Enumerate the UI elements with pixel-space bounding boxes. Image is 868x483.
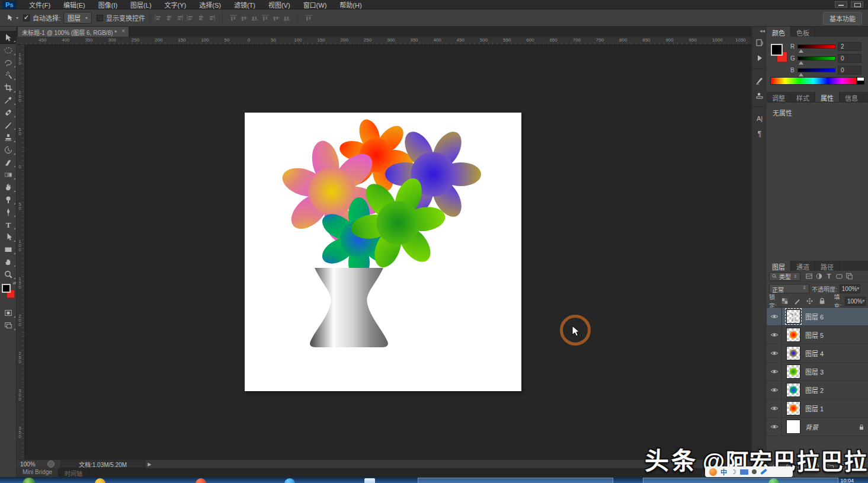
fill-value[interactable]: 100% ▾ <box>845 297 866 306</box>
taskbar-window-button[interactable] <box>418 478 613 483</box>
restore-button[interactable] <box>851 1 863 8</box>
history-brush-tool[interactable] <box>0 143 17 156</box>
windows-taskbar[interactable]: 10:04 <box>0 477 868 483</box>
layer-filter-type-dropdown[interactable]: 类型 ⇕ <box>769 272 800 281</box>
minimize-button[interactable] <box>835 1 847 8</box>
character-panel[interactable]: A| <box>752 111 767 126</box>
channel-value-G[interactable]: 0 <box>838 54 861 63</box>
layers-tab-图层[interactable]: 图层 <box>767 261 791 271</box>
type-layer-filter-icon[interactable]: T <box>825 272 834 281</box>
taskbar-window-button[interactable] <box>643 478 838 483</box>
auto-select-target-dropdown[interactable]: 图层 ▾ <box>63 12 92 24</box>
layer-visibility-toggle[interactable] <box>767 381 782 399</box>
foreground-color-swatch[interactable] <box>771 44 783 56</box>
dodge-tool[interactable] <box>0 193 17 206</box>
brush-tool[interactable] <box>0 119 17 131</box>
status-menu-arrow-icon[interactable]: ▶ <box>148 462 151 467</box>
layer-thumbnail[interactable] <box>786 346 800 360</box>
pixel-layer-filter-icon[interactable] <box>805 272 813 281</box>
props-tab-样式[interactable]: 样式 <box>791 92 815 102</box>
menu-item-6[interactable]: 选择(S) <box>193 0 228 10</box>
layer-visibility-toggle[interactable] <box>767 418 782 436</box>
layer-row-图层 1[interactable]: 图层 1 <box>767 399 868 418</box>
bottom-tab-时间轴[interactable]: 时间轴 <box>59 468 89 477</box>
color-tab-颜色[interactable]: 颜色 <box>767 27 791 37</box>
show-transform-checkbox[interactable] <box>97 15 103 21</box>
actions-panel[interactable] <box>752 50 767 66</box>
props-tab-信息[interactable]: 信息 <box>840 92 864 102</box>
menu-item-9[interactable]: 窗口(W) <box>297 0 334 10</box>
toolbar-grip[interactable] <box>0 27 16 31</box>
ime-fullwidth-icon[interactable]: ☽ <box>731 468 736 476</box>
color-spectrum-ramp[interactable] <box>770 77 857 85</box>
screen-mode-button[interactable] <box>0 319 17 331</box>
shape-layer-filter-icon[interactable] <box>835 272 844 281</box>
taskbar-app-icon[interactable] <box>284 478 295 483</box>
zoom-tool[interactable] <box>0 268 17 280</box>
opacity-value[interactable]: 100% ▾ <box>840 284 860 293</box>
horizontal-ruler[interactable]: 4504003503002502001501005005010015020025… <box>17 37 751 45</box>
lasso-tool[interactable] <box>0 56 17 69</box>
layer-thumbnail[interactable] <box>786 309 800 324</box>
close-tab-icon[interactable]: × <box>121 28 125 37</box>
channel-slider-R[interactable] <box>797 44 835 49</box>
layers-tab-路径[interactable]: 路径 <box>815 261 840 271</box>
gradient-tool[interactable] <box>0 168 17 181</box>
eraser-tool[interactable] <box>0 156 17 168</box>
layer-row-图层 4[interactable]: 图层 4 <box>767 344 868 363</box>
ime-settings-icon[interactable] <box>760 469 767 475</box>
layer-row-图层 3[interactable]: 图层 3 <box>767 363 868 381</box>
layers-tab-通道[interactable]: 通道 <box>791 261 815 271</box>
taskbar-app-icon[interactable] <box>95 478 105 483</box>
taskbar-app-icon[interactable] <box>364 478 375 483</box>
lock-all-icon[interactable] <box>818 297 827 306</box>
taskbar-app-icon[interactable] <box>196 478 206 483</box>
props-tab-属性[interactable]: 属性 <box>815 92 840 102</box>
document-tab[interactable]: 未标题-1 @ 100% (图层 6, RGB/8) * × <box>18 27 129 37</box>
quick-mask-button[interactable] <box>0 306 17 319</box>
pen-tool[interactable] <box>0 206 17 218</box>
ime-keyboard-icon[interactable] <box>740 469 748 475</box>
ime-toolbar[interactable]: 中 ☽ <box>705 466 793 477</box>
tool-preset-picker[interactable]: ▾ <box>6 14 18 22</box>
vertical-ruler[interactable]: 15010050050100150200250300350 <box>17 45 25 459</box>
ime-logo-icon[interactable] <box>709 468 717 476</box>
lock-move-icon[interactable] <box>805 297 814 306</box>
clone-source-panel[interactable] <box>752 88 767 104</box>
crop-tool[interactable] <box>0 81 17 94</box>
layer-thumbnail[interactable] <box>786 383 800 397</box>
zoom-level[interactable]: 100% <box>17 461 41 468</box>
brush-presets-panel[interactable] <box>752 73 767 88</box>
swap-colors-icon[interactable]: ⇄ <box>12 281 16 286</box>
start-orb[interactable] <box>23 478 36 483</box>
channel-slider-B[interactable] <box>797 68 835 72</box>
color-tab-色板[interactable]: 色板 <box>791 27 815 37</box>
layer-visibility-toggle[interactable] <box>767 363 782 380</box>
lock-paint-icon[interactable] <box>793 297 802 306</box>
menu-item-1[interactable]: 文件(F) <box>23 0 57 10</box>
menu-item-10[interactable]: 帮助(H) <box>333 0 368 10</box>
channel-slider-G[interactable] <box>797 56 835 60</box>
hand-tool[interactable] <box>0 255 17 268</box>
menu-item-8[interactable]: 视图(V) <box>262 0 297 10</box>
collapse-panels[interactable]: ◂◂ <box>752 27 767 35</box>
auto-select-checkbox[interactable] <box>23 15 30 21</box>
quick-select-tool[interactable] <box>0 69 17 81</box>
layer-row-图层 6[interactable]: 图层 6 <box>767 308 868 326</box>
menu-item-2[interactable]: 编辑(E) <box>57 0 92 10</box>
layer-visibility-toggle[interactable] <box>767 344 782 362</box>
layer-row-背景[interactable]: 背景 <box>767 418 868 436</box>
canvas[interactable] <box>245 113 521 391</box>
channel-value-B[interactable]: 0 <box>838 66 861 75</box>
healing-brush-tool[interactable] <box>0 106 17 119</box>
slider-handle[interactable] <box>799 61 803 65</box>
channel-value-R[interactable]: 2 <box>838 42 861 51</box>
smart-object-filter-icon[interactable] <box>845 272 854 281</box>
taskbar-clock[interactable]: 10:04 <box>840 478 854 483</box>
spectrum-bw-swatches[interactable] <box>857 77 864 85</box>
menu-item-7[interactable]: 滤镜(T) <box>228 0 262 10</box>
layer-thumbnail[interactable] <box>786 420 800 434</box>
foreground-color-swatch[interactable] <box>2 284 11 293</box>
smudge-tool[interactable] <box>0 181 17 193</box>
workspace-switcher-button[interactable]: 基本功能 <box>823 12 862 25</box>
